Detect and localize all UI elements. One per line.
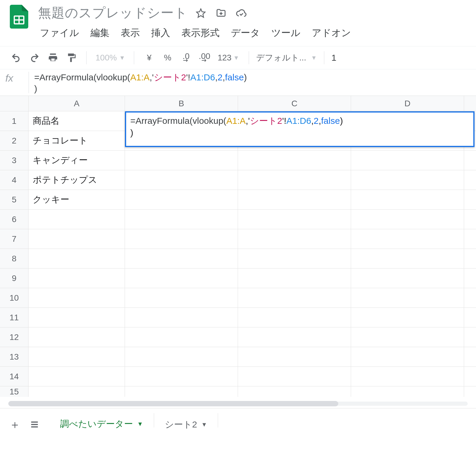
cell[interactable] [351, 308, 464, 327]
cell[interactable] [351, 210, 464, 229]
cell[interactable] [29, 229, 125, 249]
cell[interactable] [238, 308, 351, 327]
decrease-decimal-button[interactable]: .0 [178, 50, 194, 65]
horizontal-scrollbar[interactable] [2, 399, 474, 408]
cell[interactable] [238, 170, 351, 190]
row-header[interactable]: 3 [0, 151, 29, 170]
row-header[interactable]: 8 [0, 249, 29, 268]
paint-format-button[interactable] [64, 50, 79, 65]
row-header[interactable]: 6 [0, 210, 29, 229]
row-header[interactable]: 7 [0, 229, 29, 249]
col-header-d[interactable]: D [351, 96, 464, 111]
cell[interactable] [125, 386, 238, 397]
cell[interactable] [29, 347, 125, 366]
cell[interactable] [125, 249, 238, 268]
row-header[interactable]: 12 [0, 327, 29, 347]
cell[interactable] [125, 308, 238, 327]
cell[interactable] [351, 229, 464, 249]
cell[interactable] [238, 347, 351, 366]
select-all-corner[interactable] [0, 96, 29, 111]
scrollbar-thumb[interactable] [8, 401, 338, 406]
cell[interactable] [464, 327, 476, 347]
cell[interactable] [125, 151, 238, 170]
cell[interactable] [464, 170, 476, 190]
cell[interactable] [29, 367, 125, 386]
cell[interactable] [29, 327, 125, 347]
sheet-tab-active[interactable]: 調べたいデーター ▼ [51, 413, 152, 436]
cell[interactable] [29, 288, 125, 308]
print-button[interactable] [45, 50, 61, 65]
all-sheets-button[interactable] [26, 416, 43, 433]
col-header-a[interactable]: A [29, 96, 125, 111]
menu-data[interactable]: データ [231, 26, 260, 40]
cell[interactable] [464, 288, 476, 308]
cloud-status-icon[interactable] [235, 7, 247, 19]
cell[interactable] [125, 190, 238, 209]
star-icon[interactable] [195, 7, 207, 19]
undo-button[interactable] [8, 50, 24, 65]
row-header[interactable]: 13 [0, 347, 29, 366]
cell[interactable] [464, 210, 476, 229]
cell[interactable] [125, 229, 238, 249]
move-to-folder-icon[interactable] [215, 7, 227, 19]
menu-edit[interactable]: 編集 [90, 26, 109, 40]
cell[interactable] [238, 269, 351, 288]
add-sheet-button[interactable]: ＋ [7, 416, 23, 433]
cell[interactable] [464, 386, 476, 397]
sheets-app-icon[interactable] [8, 4, 30, 30]
cell[interactable] [351, 367, 464, 386]
cell[interactable] [125, 288, 238, 308]
number-format-select[interactable]: 123 ▼ [215, 50, 242, 65]
increase-decimal-button[interactable]: .00 [197, 50, 212, 65]
cell[interactable] [464, 229, 476, 249]
cell[interactable] [351, 170, 464, 190]
cell[interactable] [125, 367, 238, 386]
document-title[interactable]: 無題のスプレッドシート [38, 4, 188, 22]
cell[interactable] [238, 367, 351, 386]
cell-editor[interactable]: =ArrayFormula(vlookup(A1:A,'シート2'!A1:D6,… [125, 111, 475, 147]
cell[interactable] [29, 386, 125, 397]
cell[interactable] [464, 367, 476, 386]
row-header[interactable]: 9 [0, 269, 29, 288]
menu-view[interactable]: 表示 [121, 26, 140, 40]
redo-button[interactable] [27, 50, 42, 65]
cell[interactable] [29, 210, 125, 229]
cell[interactable] [125, 347, 238, 366]
cell[interactable] [351, 288, 464, 308]
cell[interactable] [29, 249, 125, 268]
format-percent-button[interactable]: % [160, 50, 175, 65]
cell[interactable] [238, 210, 351, 229]
cell[interactable] [351, 347, 464, 366]
cell[interactable] [29, 269, 125, 288]
cell[interactable] [125, 170, 238, 190]
row-header[interactable]: 1 [0, 111, 29, 131]
cell[interactable] [464, 151, 476, 170]
font-select[interactable]: デフォルト... ▼ [256, 52, 317, 63]
font-size-input[interactable]: 1 [331, 53, 336, 63]
cell[interactable]: 商品名 [29, 111, 125, 131]
row-header[interactable]: 14 [0, 367, 29, 386]
cell[interactable]: ポテトチップス [29, 170, 125, 190]
cell[interactable] [351, 249, 464, 268]
cell[interactable] [29, 308, 125, 327]
cell[interactable] [464, 269, 476, 288]
row-header[interactable]: 15 [0, 386, 29, 397]
row-header[interactable]: 5 [0, 190, 29, 209]
cell[interactable] [238, 229, 351, 249]
col-header-c[interactable]: C [238, 96, 351, 111]
format-currency-button[interactable]: ¥ [141, 50, 157, 65]
cell[interactable] [351, 386, 464, 397]
row-header[interactable]: 4 [0, 170, 29, 190]
cell[interactable] [125, 327, 238, 347]
cell[interactable] [351, 190, 464, 209]
row-header[interactable]: 10 [0, 288, 29, 308]
col-header-b[interactable]: B [125, 96, 238, 111]
cell[interactable] [464, 249, 476, 268]
cell[interactable] [464, 190, 476, 209]
cell[interactable] [351, 151, 464, 170]
formula-input[interactable]: =ArrayFormula(vlookup(A1:A,'シート2'!A1:D6,… [34, 71, 473, 94]
zoom-select[interactable]: 100% ▼ [94, 53, 127, 63]
cell[interactable] [238, 386, 351, 397]
cell[interactable] [125, 210, 238, 229]
menu-format[interactable]: 表示形式 [181, 26, 220, 40]
